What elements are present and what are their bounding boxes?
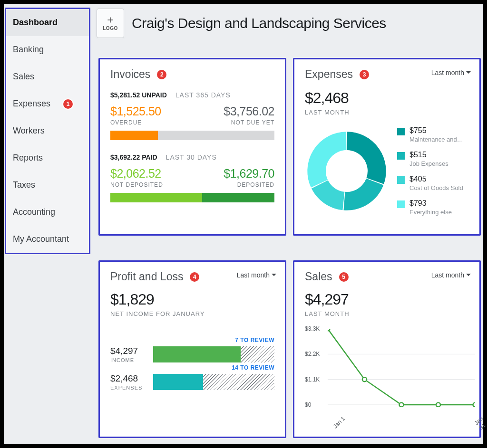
y-tick: $0	[305, 401, 311, 408]
sales-range-select[interactable]: Last month	[431, 271, 471, 279]
legend-amount: $515	[409, 151, 448, 159]
sidebar-item-sales[interactable]: Sales	[6, 63, 89, 90]
donut-slice	[317, 141, 347, 184]
sales-point[interactable]	[473, 403, 476, 407]
callout-badge-5: 5	[339, 272, 349, 282]
legend-swatch	[397, 128, 405, 135]
legend-amount: $793	[409, 199, 452, 208]
callout-badge-1: 1	[63, 99, 73, 109]
expenses-donut-chart	[305, 129, 389, 213]
y-tick: $2.2K	[305, 351, 320, 357]
deposited-label: DEPOSITED	[237, 181, 274, 188]
pl-income-label: INCOME	[110, 357, 146, 363]
sales-line	[328, 329, 475, 405]
bar-fill	[153, 374, 203, 390]
expenses-legend: $755 Maintenance and… $515 Job Expenses …	[397, 126, 469, 216]
plus-icon	[107, 16, 114, 24]
card-title: Sales	[305, 270, 332, 283]
bar-segment	[110, 131, 158, 140]
logo-button-label: LOGO	[103, 26, 117, 31]
sidebar-item-banking[interactable]: Banking	[6, 36, 89, 63]
bar-fill	[153, 346, 241, 362]
expenses-total: $2,468	[305, 89, 469, 107]
x-label: Jan 1	[332, 415, 347, 430]
pl-income-row: $4,297 INCOME 7 TO REVIEW	[110, 346, 274, 363]
pl-range-select[interactable]: Last month	[237, 271, 276, 279]
page-header: LOGO Craig's Design and Landscaping Serv…	[97, 9, 386, 38]
bar-hatch	[241, 346, 274, 362]
sales-total: $4,297	[305, 291, 469, 308]
legend-swatch	[397, 176, 405, 184]
sales-subline: LAST MONTH	[305, 310, 469, 317]
pl-expense-bar: 14 TO REVIEW	[153, 374, 274, 390]
sales-point[interactable]	[362, 377, 367, 381]
card-title: Expenses	[305, 68, 353, 81]
sales-point[interactable]	[328, 329, 330, 331]
chevron-down-icon	[466, 70, 471, 75]
range-label: Last month	[431, 69, 464, 76]
legend-item[interactable]: $515 Job Expenses	[397, 151, 469, 167]
y-tick: $3.3K	[305, 325, 320, 332]
legend-label: Everything else	[409, 209, 452, 216]
expenses-range-select[interactable]: Last month	[431, 69, 471, 76]
donut-slice	[320, 184, 343, 201]
callout-badge-2: 2	[157, 70, 166, 79]
expenses-subline: LAST MONTH	[305, 109, 469, 116]
legend-swatch	[397, 152, 405, 160]
legend-amount: $755	[409, 126, 463, 135]
not-due-amount[interactable]: $3,756.02	[224, 105, 274, 118]
bar-hatch	[203, 374, 274, 390]
sidebar-item-expenses[interactable]: Expenses 1	[6, 90, 89, 117]
paid-total: $3,692.22 PAID	[110, 153, 157, 161]
sidebar-item-workers[interactable]: Workers	[6, 117, 89, 144]
donut-slice	[347, 141, 377, 181]
legend-item[interactable]: $405 Cost of Goods Sold	[397, 175, 469, 191]
range-label: Last month	[237, 271, 270, 279]
not-deposited-amount[interactable]: $2,062.52	[110, 167, 163, 181]
pl-expense-review-link[interactable]: 14 TO REVIEW	[232, 364, 274, 371]
sales-point[interactable]	[436, 403, 440, 407]
overdue-amount[interactable]: $1,525.50	[110, 105, 161, 118]
sidebar-item-my-accountant[interactable]: My Accountant	[6, 226, 89, 253]
chevron-down-icon	[272, 273, 276, 277]
sidebar-item-taxes[interactable]: Taxes	[6, 172, 89, 199]
sales-card: Sales 5 Last month $4,297 LAST MONTH $3.…	[293, 260, 481, 438]
callout-badge-4: 4	[190, 272, 199, 282]
pl-expense-amount: $2,468	[110, 373, 146, 384]
pl-total: $1,829	[110, 291, 274, 308]
sales-line-chart: $3.3K$2.2K$1.1K$0Jan 1Jan 31	[305, 329, 469, 429]
legend-label: Cost of Goods Sold	[409, 184, 463, 191]
pl-subline: NET INCOME FOR JANUARY	[110, 310, 274, 317]
invoices-card: Invoices 2 $5,281.52 UNPAID LAST 365 DAY…	[98, 58, 286, 236]
callout-badge-3: 3	[360, 70, 369, 79]
pl-income-bar: 7 TO REVIEW	[153, 346, 274, 362]
card-title: Profit and Loss	[110, 270, 183, 283]
range-label: Last month	[431, 271, 464, 279]
sidebar-item-accounting[interactable]: Accounting	[6, 199, 89, 226]
profit-loss-card: Profit and Loss 4 Last month $1,829 NET …	[98, 260, 286, 438]
overdue-label: OVERDUE	[110, 119, 161, 126]
legend-label: Job Expenses	[409, 160, 448, 167]
not-due-label: NOT DUE YET	[231, 119, 274, 126]
y-tick: $1.1K	[305, 376, 320, 383]
sidebar-nav: Dashboard Banking Sales Expenses 1 Worke…	[5, 8, 90, 254]
bar-segment	[110, 193, 202, 202]
expenses-card: Expenses 3 Last month $2,468 LAST MONTH …	[293, 58, 481, 236]
sidebar-item-reports[interactable]: Reports	[6, 144, 89, 172]
x-label: Jan 31	[473, 415, 487, 431]
company-name: Craig's Design and Landscaping Services	[132, 15, 386, 31]
sidebar-item-label: Expenses	[13, 99, 50, 108]
pl-income-review-link[interactable]: 7 TO REVIEW	[235, 337, 274, 343]
bar-segment	[158, 131, 274, 140]
legend-item[interactable]: $793 Everything else	[397, 199, 469, 216]
legend-item[interactable]: $755 Maintenance and…	[397, 126, 469, 143]
pl-expense-row: $2,468 EXPENSES 14 TO REVIEW	[110, 373, 274, 391]
sales-point[interactable]	[399, 403, 404, 407]
paid-bar-chart	[110, 193, 274, 202]
sidebar-item-dashboard[interactable]: Dashboard	[6, 9, 89, 36]
paid-span: LAST 30 DAYS	[166, 153, 217, 161]
card-title: Invoices	[110, 68, 150, 81]
add-logo-button[interactable]: LOGO	[97, 9, 124, 38]
deposited-amount[interactable]: $1,629.70	[224, 167, 274, 181]
pl-expense-label: EXPENSES	[110, 385, 146, 391]
